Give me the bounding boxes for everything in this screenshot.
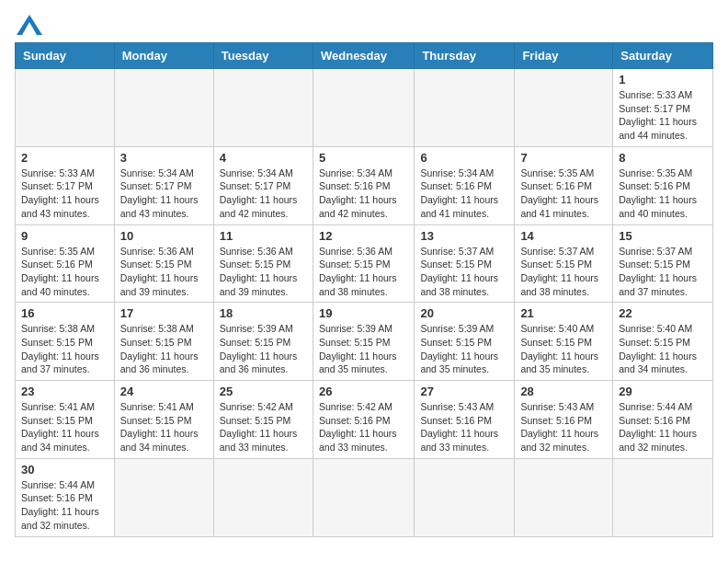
- day-number: 8: [619, 151, 707, 165]
- calendar-cell: 26Sunrise: 5:42 AMSunset: 5:16 PMDayligh…: [313, 381, 414, 459]
- header: [15, 15, 713, 35]
- calendar-cell: 4Sunrise: 5:34 AMSunset: 5:17 PMDaylight…: [213, 146, 313, 224]
- day-number: 16: [21, 306, 108, 320]
- calendar-cell: [515, 458, 613, 536]
- day-number: 21: [520, 306, 607, 320]
- day-info: Sunrise: 5:33 AMSunset: 5:17 PMDaylight:…: [619, 88, 707, 143]
- day-info: Sunrise: 5:37 AMSunset: 5:15 PMDaylight:…: [619, 245, 707, 299]
- day-info: Sunrise: 5:34 AMSunset: 5:16 PMDaylight:…: [319, 167, 408, 221]
- day-number: 4: [220, 151, 307, 165]
- day-number: 12: [319, 229, 408, 243]
- day-info: Sunrise: 5:40 AMSunset: 5:15 PMDaylight:…: [619, 322, 707, 376]
- day-number: 25: [220, 385, 307, 398]
- calendar-cell: 10Sunrise: 5:36 AMSunset: 5:15 PMDayligh…: [114, 224, 213, 303]
- calendar-cell: [415, 69, 515, 147]
- calendar-header-row: SundayMondayTuesdayWednesdayThursdayFrid…: [16, 43, 713, 69]
- day-info: Sunrise: 5:34 AMSunset: 5:17 PMDaylight:…: [220, 167, 307, 221]
- day-info: Sunrise: 5:39 AMSunset: 5:15 PMDaylight:…: [220, 322, 307, 376]
- calendar-header-saturday: Saturday: [613, 43, 713, 69]
- calendar-cell: 25Sunrise: 5:42 AMSunset: 5:15 PMDayligh…: [213, 381, 313, 459]
- day-info: Sunrise: 5:36 AMSunset: 5:15 PMDaylight:…: [319, 245, 408, 299]
- day-info: Sunrise: 5:40 AMSunset: 5:15 PMDaylight:…: [520, 322, 607, 376]
- day-info: Sunrise: 5:43 AMSunset: 5:16 PMDaylight:…: [420, 400, 508, 454]
- day-info: Sunrise: 5:42 AMSunset: 5:16 PMDaylight:…: [319, 400, 408, 454]
- calendar-cell: 12Sunrise: 5:36 AMSunset: 5:15 PMDayligh…: [313, 224, 414, 303]
- calendar-cell: 9Sunrise: 5:35 AMSunset: 5:16 PMDaylight…: [16, 224, 115, 303]
- calendar-cell: 24Sunrise: 5:41 AMSunset: 5:15 PMDayligh…: [114, 381, 213, 459]
- day-number: 19: [319, 306, 408, 320]
- day-info: Sunrise: 5:38 AMSunset: 5:15 PMDaylight:…: [120, 322, 208, 376]
- calendar-cell: 23Sunrise: 5:41 AMSunset: 5:15 PMDayligh…: [16, 381, 115, 459]
- calendar-cell: 16Sunrise: 5:38 AMSunset: 5:15 PMDayligh…: [16, 303, 115, 381]
- calendar-cell: 21Sunrise: 5:40 AMSunset: 5:15 PMDayligh…: [515, 303, 613, 381]
- day-number: 22: [619, 306, 707, 320]
- day-info: Sunrise: 5:43 AMSunset: 5:16 PMDaylight:…: [520, 400, 607, 454]
- calendar-week-row: 9Sunrise: 5:35 AMSunset: 5:16 PMDaylight…: [16, 224, 713, 303]
- day-number: 11: [220, 229, 307, 243]
- calendar-week-row: 23Sunrise: 5:41 AMSunset: 5:15 PMDayligh…: [16, 381, 713, 459]
- calendar-week-row: 16Sunrise: 5:38 AMSunset: 5:15 PMDayligh…: [16, 303, 713, 381]
- calendar-cell: 14Sunrise: 5:37 AMSunset: 5:15 PMDayligh…: [515, 224, 613, 303]
- calendar-cell: 11Sunrise: 5:36 AMSunset: 5:15 PMDayligh…: [213, 224, 313, 303]
- logo-icon: [17, 15, 42, 35]
- calendar-week-row: 30Sunrise: 5:44 AMSunset: 5:16 PMDayligh…: [16, 458, 713, 536]
- day-number: 15: [619, 229, 707, 243]
- calendar-cell: 28Sunrise: 5:43 AMSunset: 5:16 PMDayligh…: [515, 381, 613, 459]
- day-info: Sunrise: 5:36 AMSunset: 5:15 PMDaylight:…: [120, 245, 208, 299]
- calendar-cell: [213, 458, 313, 536]
- calendar-cell: 3Sunrise: 5:34 AMSunset: 5:17 PMDaylight…: [114, 146, 213, 224]
- calendar-cell: [16, 69, 115, 147]
- calendar-cell: 8Sunrise: 5:35 AMSunset: 5:16 PMDaylight…: [613, 146, 713, 224]
- day-number: 17: [120, 306, 208, 320]
- day-number: 14: [520, 229, 607, 243]
- day-number: 29: [619, 385, 707, 398]
- calendar-header-wednesday: Wednesday: [313, 43, 414, 69]
- day-number: 6: [420, 151, 508, 165]
- day-info: Sunrise: 5:37 AMSunset: 5:15 PMDaylight:…: [420, 245, 508, 299]
- calendar-table: SundayMondayTuesdayWednesdayThursdayFrid…: [15, 42, 713, 537]
- day-info: Sunrise: 5:44 AMSunset: 5:16 PMDaylight:…: [21, 478, 108, 533]
- calendar-header-friday: Friday: [515, 43, 613, 69]
- calendar-cell: 17Sunrise: 5:38 AMSunset: 5:15 PMDayligh…: [114, 303, 213, 381]
- day-info: Sunrise: 5:34 AMSunset: 5:16 PMDaylight:…: [420, 167, 508, 221]
- calendar-header-thursday: Thursday: [415, 43, 515, 69]
- day-number: 30: [21, 463, 108, 477]
- day-info: Sunrise: 5:39 AMSunset: 5:15 PMDaylight:…: [319, 322, 408, 376]
- day-number: 9: [21, 229, 108, 243]
- day-info: Sunrise: 5:33 AMSunset: 5:17 PMDaylight:…: [21, 167, 108, 221]
- calendar-cell: 13Sunrise: 5:37 AMSunset: 5:15 PMDayligh…: [415, 224, 515, 303]
- calendar-cell: 20Sunrise: 5:39 AMSunset: 5:15 PMDayligh…: [415, 303, 515, 381]
- day-info: Sunrise: 5:35 AMSunset: 5:16 PMDaylight:…: [21, 245, 108, 299]
- calendar-cell: 1Sunrise: 5:33 AMSunset: 5:17 PMDaylight…: [613, 69, 713, 147]
- calendar-cell: [313, 458, 414, 536]
- day-info: Sunrise: 5:39 AMSunset: 5:15 PMDaylight:…: [420, 322, 508, 376]
- day-number: 13: [420, 229, 508, 243]
- day-info: Sunrise: 5:38 AMSunset: 5:15 PMDaylight:…: [21, 322, 108, 376]
- calendar-header-monday: Monday: [114, 43, 213, 69]
- day-number: 3: [120, 151, 208, 165]
- day-info: Sunrise: 5:41 AMSunset: 5:15 PMDaylight:…: [120, 400, 208, 454]
- calendar-cell: [613, 458, 713, 536]
- calendar-cell: 29Sunrise: 5:44 AMSunset: 5:16 PMDayligh…: [613, 381, 713, 459]
- calendar-cell: 7Sunrise: 5:35 AMSunset: 5:16 PMDaylight…: [515, 146, 613, 224]
- calendar-cell: 22Sunrise: 5:40 AMSunset: 5:15 PMDayligh…: [613, 303, 713, 381]
- calendar-cell: [114, 69, 213, 147]
- calendar-cell: [515, 69, 613, 147]
- day-number: 23: [21, 385, 108, 398]
- calendar-cell: 30Sunrise: 5:44 AMSunset: 5:16 PMDayligh…: [16, 458, 115, 536]
- calendar-cell: [213, 69, 313, 147]
- day-number: 20: [420, 306, 508, 320]
- day-number: 7: [520, 151, 607, 165]
- day-info: Sunrise: 5:41 AMSunset: 5:15 PMDaylight:…: [21, 400, 108, 454]
- calendar-cell: 19Sunrise: 5:39 AMSunset: 5:15 PMDayligh…: [313, 303, 414, 381]
- calendar-cell: [313, 69, 414, 147]
- calendar-cell: 18Sunrise: 5:39 AMSunset: 5:15 PMDayligh…: [213, 303, 313, 381]
- calendar-header-sunday: Sunday: [16, 43, 115, 69]
- day-number: 18: [220, 306, 307, 320]
- page-container: SundayMondayTuesdayWednesdayThursdayFrid…: [15, 15, 713, 537]
- day-number: 27: [420, 385, 508, 398]
- calendar-header-tuesday: Tuesday: [213, 43, 313, 69]
- day-info: Sunrise: 5:42 AMSunset: 5:15 PMDaylight:…: [220, 400, 307, 454]
- day-number: 26: [319, 385, 408, 398]
- calendar-week-row: 2Sunrise: 5:33 AMSunset: 5:17 PMDaylight…: [16, 146, 713, 224]
